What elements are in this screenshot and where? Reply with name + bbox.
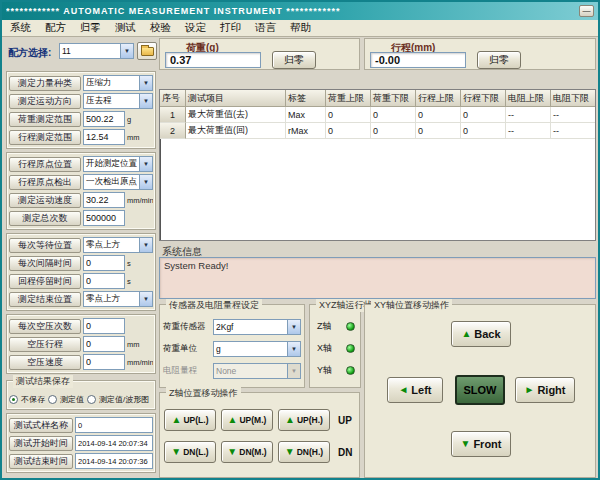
setting-row: 每次间隔时间s: [9, 254, 153, 272]
setting-row: 测定运动速度mm/min: [9, 191, 153, 209]
load-panel: 荷重(g) 0.37 归零: [159, 38, 360, 70]
setting-input[interactable]: [83, 129, 125, 145]
axis-label: Z轴: [317, 320, 332, 333]
menu-item-0[interactable]: 系统: [10, 21, 31, 35]
menu-item-1[interactable]: 配方: [45, 21, 66, 35]
result-input[interactable]: [75, 453, 153, 469]
save-option-radio-1[interactable]: [48, 395, 57, 404]
table-cell: 0: [326, 107, 371, 123]
z-up-tag: UP: [338, 415, 352, 426]
table-cell: 0: [326, 123, 371, 139]
xyz-status-group: XYZ轴运行状态 Z轴X轴Y轴: [309, 304, 361, 388]
z-dn-button-1[interactable]: ▼DN(M.): [221, 441, 273, 463]
save-option-radio-0[interactable]: [9, 395, 18, 404]
menu-item-7[interactable]: 语言: [255, 21, 276, 35]
z-up-button-1[interactable]: ▲UP(M.): [221, 409, 273, 431]
back-button[interactable]: ▲ Back: [451, 321, 511, 347]
setting-label: 每次间隔时间: [9, 256, 81, 271]
front-button[interactable]: ▼ Front: [451, 431, 511, 457]
table-header-cell: 电阻下限: [551, 90, 596, 107]
menu-item-3[interactable]: 测试: [115, 21, 136, 35]
menu-item-4[interactable]: 校验: [150, 21, 171, 35]
setting-input[interactable]: [83, 192, 125, 208]
sensor-row: 荷重单位g▼: [163, 341, 301, 357]
setting-input[interactable]: [83, 354, 125, 370]
combo-value: 一次检出原点: [84, 176, 139, 188]
setting-row: 荷重测定范围g: [9, 110, 153, 128]
back-button-label: Back: [474, 328, 500, 340]
setting-label: 测定力量种类: [9, 76, 81, 91]
setting-select[interactable]: 压缩力▼: [83, 75, 153, 91]
table-cell: 1: [160, 107, 186, 123]
table-row[interactable]: 1最大荷重值(去)Max0000----: [160, 107, 595, 123]
setting-select[interactable]: 压去程▼: [83, 93, 153, 109]
menu-item-2[interactable]: 归零: [80, 21, 101, 35]
sensor-select-1[interactable]: g▼: [213, 341, 301, 357]
arrow-up-icon: ▲: [461, 329, 471, 339]
table-header-row: 序号测试项目标签荷重上限荷重下限行程上限行程下限电阻上限电阻下限: [160, 90, 595, 107]
save-result-group-title: 测试结果保存: [13, 375, 73, 388]
system-info-box[interactable]: System Ready!: [159, 257, 596, 299]
sensor-select-0[interactable]: 2Kgf▼: [213, 319, 301, 335]
setting-input[interactable]: [83, 273, 125, 289]
right-button[interactable]: ► Right: [515, 377, 575, 403]
slow-button[interactable]: SLOW: [455, 375, 505, 405]
left-button[interactable]: ◄ Left: [387, 377, 443, 403]
save-option-radio-2[interactable]: [87, 395, 96, 404]
table-row[interactable]: 2最大荷重值(回)rMax0000----: [160, 123, 595, 139]
settings-section-0: 测定力量种类压缩力▼测定运动方向压去程▼荷重测定范围g行程测定范围mm: [6, 71, 156, 149]
table-cell: 最大荷重值(回): [186, 123, 286, 139]
result-input[interactable]: [75, 435, 153, 451]
save-result-options: 不保存测定值测定值/波形图: [9, 391, 153, 407]
z-up-row: ▲UP(L.)▲UP(M.)▲UP(H.)UP: [164, 409, 352, 431]
menu-item-8[interactable]: 帮助: [290, 21, 311, 35]
z-move-title: Z轴位置移动操作: [166, 387, 241, 400]
arrow-up-icon: ▲: [228, 415, 238, 425]
z-dn-button-2[interactable]: ▼DN(H.): [278, 441, 330, 463]
setting-input[interactable]: [83, 111, 125, 127]
setting-row: 行程原点位置开始测定位置▼: [9, 155, 153, 173]
setting-unit: mm: [127, 340, 140, 349]
setting-select[interactable]: 零点上方▼: [83, 237, 153, 253]
setting-input[interactable]: [83, 210, 125, 226]
open-recipe-button[interactable]: [137, 42, 157, 60]
result-section: 测试式样名称测试开始时间测试结束时间: [6, 413, 156, 473]
setting-input[interactable]: [83, 336, 125, 352]
setting-input[interactable]: [83, 255, 125, 271]
stroke-zero-button[interactable]: 归零: [477, 51, 521, 69]
chevron-down-icon: ▼: [139, 292, 152, 306]
settings-sections: 测定力量种类压缩力▼测定运动方向压去程▼荷重测定范围g行程测定范围mm行程原点位…: [6, 71, 156, 374]
z-dn-button-0[interactable]: ▼DN(L.): [164, 441, 216, 463]
setting-unit: s: [127, 259, 131, 268]
z-button-label: UP(M.): [239, 415, 266, 425]
z-dn-row: ▼DN(L.)▼DN(M.)▼DN(H.)DN: [164, 441, 352, 463]
table-cell: --: [506, 123, 551, 139]
main-content: 配方选择: 11 ▼ 荷重(g) 0.37 归零 行程(mm) -0.00 归零…: [2, 37, 598, 478]
recipe-select[interactable]: 11 ▼: [59, 43, 134, 59]
load-zero-button[interactable]: 归零: [272, 51, 316, 69]
arrow-up-icon: ▲: [285, 415, 295, 425]
title-bar: ************ AUTOMATIC MEASUREMENT INSTR…: [2, 2, 598, 20]
setting-input[interactable]: [83, 318, 125, 334]
slow-button-label: SLOW: [464, 384, 497, 396]
axis-status-row: Z轴: [317, 319, 355, 334]
sensor-settings-group: 传感器及电阻量程设定 荷重传感器2Kgf▼荷重单位g▼电阻量程None▼: [159, 304, 305, 388]
xy-move-title: XY轴位置移动操作: [371, 299, 452, 312]
z-dn-tag: DN: [338, 447, 352, 458]
chevron-down-icon: ▼: [139, 238, 152, 252]
result-row: 测试结束时间: [9, 452, 153, 470]
result-row: 测试式样名称: [9, 416, 153, 434]
z-up-button-2[interactable]: ▲UP(H.): [278, 409, 330, 431]
setting-select[interactable]: 开始测定位置▼: [83, 156, 153, 172]
setting-row: 回程停留时间s: [9, 272, 153, 290]
z-up-button-0[interactable]: ▲UP(L.): [164, 409, 216, 431]
menu-item-5[interactable]: 设定: [185, 21, 206, 35]
result-input[interactable]: [75, 417, 153, 433]
setting-label: 每次空压次数: [9, 319, 81, 334]
setting-select[interactable]: 零点上方▼: [83, 291, 153, 307]
table-header-cell: 序号: [160, 90, 186, 107]
setting-unit: mm/min: [127, 358, 153, 367]
setting-select[interactable]: 一次检出原点▼: [83, 174, 153, 190]
menu-item-6[interactable]: 打印: [220, 21, 241, 35]
minimize-button[interactable]: —: [579, 5, 594, 17]
